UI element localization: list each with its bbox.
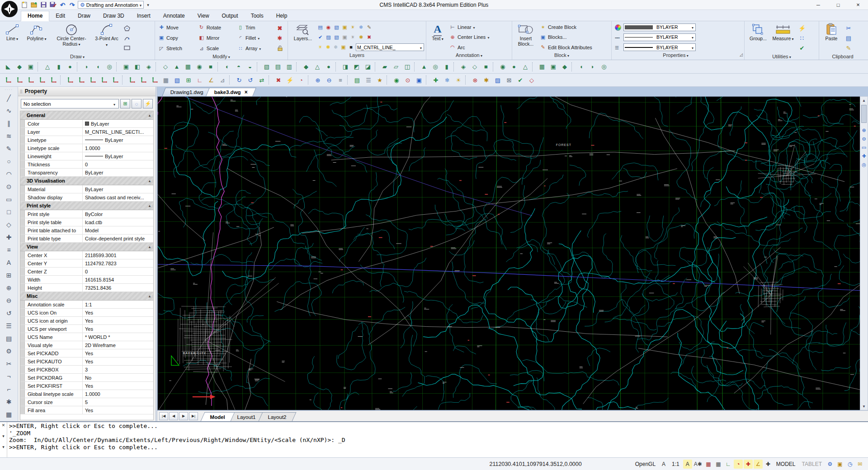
property-value[interactable]: Yes	[83, 325, 153, 333]
workspace-dropdown-arrow[interactable]	[140, 2, 142, 8]
solid-tool-icon-32[interactable]: △	[312, 62, 323, 72]
view-tool-icon-26[interactable]: ▣	[414, 75, 425, 85]
explode-icon[interactable]: ✱	[274, 33, 285, 43]
command-close-icon[interactable]: ✕	[2, 423, 5, 428]
view-tool-icon-1[interactable]: ▦	[160, 75, 171, 85]
annotation-linear-button[interactable]: ⊢Linear	[448, 23, 510, 32]
solid-tool-icon-21[interactable]: ■	[205, 62, 216, 72]
canvas-tool-icon-1[interactable]: ⊕	[862, 127, 866, 133]
document-tab-drawing1-dwg[interactable]: Drawing1.dwg	[162, 88, 212, 96]
layer-tool-icon-grid3-1[interactable]: ☀	[317, 44, 324, 50]
solid-tool-icon-41[interactable]: ◫	[402, 62, 413, 72]
lwt-icon[interactable]: ✚	[764, 460, 773, 469]
draw-tool-icon-15[interactable]: ⊞	[2, 269, 16, 282]
layer-tool-icon-grid2-3[interactable]: ▧	[333, 34, 340, 40]
layer-combo-arrow[interactable]	[419, 45, 423, 50]
property-value[interactable]: 0	[83, 160, 153, 168]
solid-tool-icon-57[interactable]: ◆	[559, 62, 570, 72]
draw-tool-icon-6[interactable]: ○	[2, 155, 16, 168]
draw-tool-icon-24[interactable]: ⌐	[2, 383, 16, 395]
section-header-view[interactable]: View▴	[20, 243, 153, 251]
property-value[interactable]: 2118599.3001	[83, 251, 153, 259]
ribbon-tab-edit[interactable]: Edit	[49, 11, 71, 21]
text-button[interactable]: A Text	[428, 22, 447, 52]
modify-rotate-button[interactable]: ↻Rotate	[197, 23, 233, 32]
last-layout-button[interactable]: ▶|	[189, 412, 198, 420]
scrollbar-thumb[interactable]	[861, 105, 867, 123]
draw-circle-center-radius-button[interactable]: Circle Center-Radius	[51, 22, 92, 54]
erase-icon[interactable]: ✖	[274, 23, 285, 33]
panel-properties-label[interactable]: Properties◿	[612, 52, 744, 60]
annotation-center-lines-button[interactable]: ⊕Center Lines	[448, 33, 510, 42]
solid-tool-icon-56[interactable]: ▣	[548, 62, 559, 72]
dropdown-arrow-icon[interactable]	[691, 34, 694, 40]
layer-tool-icon-grid1-6[interactable]: ❄	[358, 24, 364, 30]
solid-tool-icon-5[interactable]: △	[42, 62, 53, 72]
close-button[interactable]: ×	[848, 0, 868, 9]
group-button[interactable]: Group...	[746, 22, 770, 54]
property-value[interactable]: ByLayer	[83, 136, 153, 144]
next-layout-button[interactable]: ▶	[179, 412, 188, 420]
view-tool-icon-13[interactable]: ⚡	[284, 75, 295, 85]
ribbon-tab-annotate[interactable]: Annotate	[157, 11, 191, 21]
solid-tool-icon-61[interactable]: ◎	[599, 62, 609, 72]
view-tool-icon-24[interactable]: ◉	[391, 75, 402, 85]
lineweight-combo[interactable]: BYLAYER	[623, 43, 696, 51]
polygon-icon[interactable]	[122, 23, 132, 33]
modify-array-button[interactable]: ∷Array	[236, 44, 273, 53]
draw-tool-icon-8[interactable]: ⊙	[2, 180, 16, 193]
view-tool-icon-29[interactable]: ❄	[442, 75, 453, 85]
draw-tool-icon-20[interactable]: ▤	[2, 332, 16, 345]
layer-tool-icon-grid1-5[interactable]: ☀	[349, 24, 356, 30]
modify-scale-button[interactable]: ⊿Scale	[197, 44, 233, 53]
layer-tool-icon-grid1-3[interactable]: ▧	[333, 24, 340, 30]
grid-icon[interactable]: ▦	[714, 460, 723, 469]
view-tool-icon-28[interactable]: ✚	[430, 75, 441, 85]
property-value[interactable]: Yes	[83, 406, 153, 414]
maximize-button[interactable]: □	[828, 0, 848, 9]
cut-icon[interactable]: ✂	[843, 23, 854, 33]
ucs-tool-icon-8[interactable]	[87, 75, 98, 85]
solid-tool-icon-31[interactable]: ◆	[301, 62, 311, 72]
solid-tool-icon-2[interactable]: ◆	[14, 62, 25, 72]
draw-3-point-arc-button[interactable]: 3-Point Arc	[93, 22, 120, 54]
draw-tool-icon-10[interactable]: □	[2, 206, 16, 218]
property-value[interactable]: 3	[83, 366, 153, 373]
ucs-tool-icon-12[interactable]	[138, 75, 149, 85]
layer-tool-icon-grid3-4[interactable]: ▣	[340, 44, 347, 50]
property-value[interactable]: 1124792.7823	[83, 259, 153, 267]
modify-stretch-button[interactable]: ◸Stretch	[157, 44, 194, 53]
draw-tool-icon-17[interactable]: ⊖	[2, 294, 16, 307]
view-tool-icon-25[interactable]: ⊙	[402, 75, 413, 85]
property-value[interactable]: Yes	[83, 382, 153, 390]
minimize-button[interactable]: ─	[808, 0, 828, 9]
draw-tool-icon-14[interactable]: A	[2, 256, 16, 269]
dropdown-arrow-icon[interactable]	[691, 24, 694, 30]
view-tool-icon-8[interactable]: ↻	[234, 75, 245, 85]
dropdown-arrow-icon[interactable]	[259, 46, 261, 51]
app-logo-icon[interactable]	[1, 1, 18, 17]
solid-tool-icon-39[interactable]: ▰	[379, 62, 390, 72]
view-tool-icon-10[interactable]: ⇄	[256, 75, 267, 85]
panel-draw-label[interactable]: Draw	[0, 54, 155, 60]
snap-icon[interactable]: ▦	[704, 460, 713, 469]
measure-button[interactable]: Measure	[771, 22, 795, 54]
property-value[interactable]: Yes	[83, 349, 153, 357]
command-history[interactable]: >>ENTER, Right click or Esc to complete.…	[7, 422, 868, 457]
view-tool-icon-22[interactable]: ★	[374, 75, 385, 85]
layer-tool-icon-grid1-2[interactable]: ◉	[325, 24, 332, 30]
dropdown-arrow-icon[interactable]	[487, 34, 489, 40]
estrack-icon[interactable]: ∠	[754, 460, 763, 469]
layer-tool-icon-grid2-5[interactable]: ☀	[349, 34, 356, 40]
solid-tool-icon-29[interactable]: ▥	[284, 62, 295, 72]
canvas-tool-icon-4[interactable]: ✚	[862, 153, 866, 159]
solid-tool-icon-51[interactable]: ◉	[497, 62, 508, 72]
collapse-arrow-icon[interactable]: ▴	[149, 294, 151, 298]
view-tool-icon-6[interactable]: ⊿	[217, 75, 228, 85]
undo-icon[interactable]: ↶	[59, 1, 66, 9]
layer-tool-icon-grid2-6[interactable]: ✱	[358, 34, 364, 40]
view-tool-icon-30[interactable]: ☀	[453, 75, 464, 85]
property-value[interactable]: Yes	[83, 357, 153, 365]
draw-tool-icon-4[interactable]: ≋	[2, 130, 16, 142]
property-value[interactable]: 73251.8436	[83, 284, 153, 291]
